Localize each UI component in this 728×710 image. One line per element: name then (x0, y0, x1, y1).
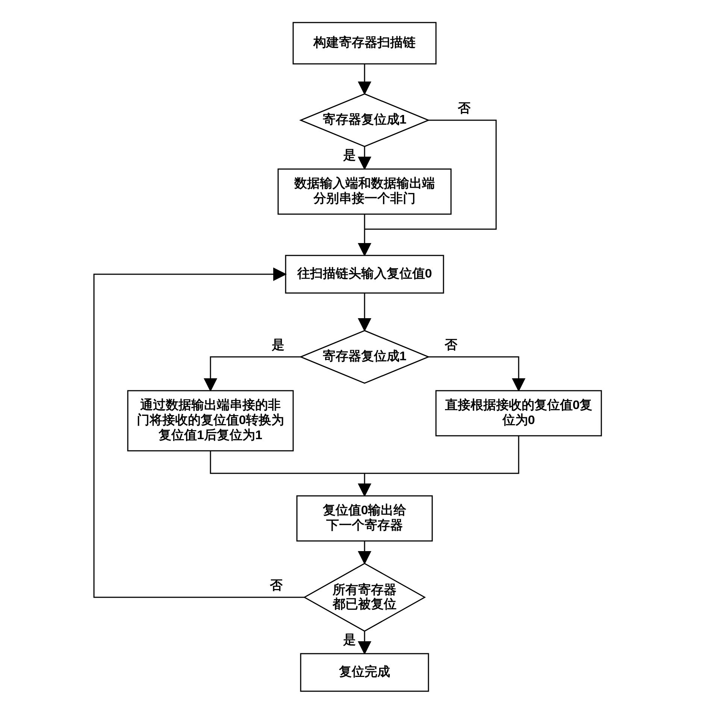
process-output-l2: 下一个寄存器 (326, 518, 403, 532)
process-convert-l1: 通过数据输出端串接的非 (140, 397, 281, 412)
decision-reset-to-1-first-label: 寄存器复位成1 (323, 112, 407, 126)
label-d2-no: 否 (444, 337, 458, 352)
edge-d2-no (428, 357, 519, 391)
decision-reset-to-1-second-label: 寄存器复位成1 (323, 349, 407, 363)
decision-all-reset-l2: 都已被复位 (332, 597, 397, 611)
process-add-not-gates-l2: 分别串接一个非门 (313, 191, 416, 205)
label-d2-yes: 是 (271, 337, 285, 352)
label-d1-yes: 是 (343, 148, 356, 162)
process-direct-reset-l1: 直接根据接收的复位值0复 (445, 397, 593, 412)
edge-d2-yes (210, 357, 301, 391)
process-convert-l3: 复位值1后复位为1 (158, 428, 262, 442)
process-reset-complete-label: 复位完成 (339, 664, 390, 678)
flowchart-canvas: 构建寄存器扫描链 寄存器复位成1 否 是 数据输入端和数据输出端 分别串接一个非… (0, 0, 728, 710)
process-add-not-gates-l1: 数据输入端和数据输出端 (294, 176, 435, 190)
process-output-l1: 复位值0输出给 (322, 503, 407, 517)
decision-all-reset-l1: 所有寄存器 (332, 582, 397, 597)
process-input-reset-0-label: 往扫描链头输入复位值0 (297, 266, 432, 280)
process-direct-reset-l2: 位为0 (502, 412, 535, 427)
process-build-scan-chain-label: 构建寄存器扫描链 (313, 35, 416, 49)
label-d3-yes: 是 (343, 632, 356, 647)
label-d1-no: 否 (457, 101, 471, 115)
label-d3-no: 否 (269, 578, 283, 592)
process-convert-l2: 门将接收的复位值0转换为 (137, 412, 285, 427)
